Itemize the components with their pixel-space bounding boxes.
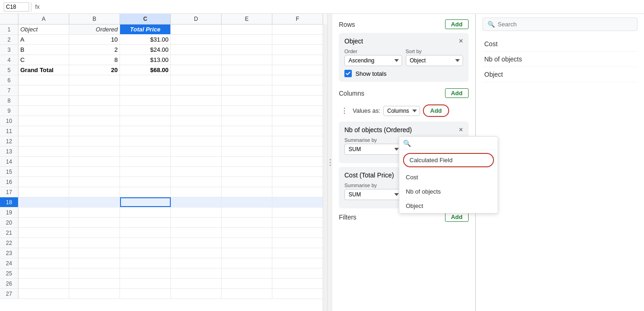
cell-e24[interactable]	[222, 258, 272, 268]
cell-d6[interactable]	[171, 75, 222, 85]
cell-c9[interactable]	[120, 106, 171, 116]
cell-e21[interactable]	[222, 228, 272, 238]
cell-b24[interactable]	[69, 258, 120, 268]
cell-f24[interactable]	[272, 258, 323, 268]
table-row[interactable]: 9	[0, 106, 327, 116]
cell-a13[interactable]	[18, 146, 69, 156]
cell-a3[interactable]: B	[18, 45, 69, 55]
table-row[interactable]: 18	[0, 197, 327, 207]
cell-b4[interactable]: 8	[69, 55, 120, 65]
cell-c12[interactable]	[120, 136, 171, 146]
cell-c24[interactable]	[120, 258, 171, 268]
cell-b14[interactable]	[69, 157, 120, 166]
three-dot-menu[interactable]: ⋮	[339, 106, 350, 115]
fields-search-input[interactable]	[498, 21, 632, 28]
table-row[interactable]: 7	[0, 85, 327, 96]
table-row[interactable]: 14	[0, 157, 327, 167]
table-row[interactable]: 24	[0, 258, 327, 268]
cell-e13[interactable]	[222, 146, 272, 156]
table-row[interactable]: 3B2$24.00	[0, 45, 327, 55]
cell-c25[interactable]	[120, 268, 171, 278]
cell-e18[interactable]	[222, 197, 272, 207]
table-row[interactable]: 26	[0, 279, 327, 289]
cell-c20[interactable]	[120, 218, 171, 227]
cell-e1[interactable]	[222, 24, 272, 34]
cell-f2[interactable]	[272, 35, 323, 44]
cell-c2[interactable]: $31.00	[120, 35, 171, 44]
rows-add-button[interactable]: Add	[445, 19, 469, 29]
cell-f13[interactable]	[272, 146, 323, 156]
cell-b12[interactable]	[69, 136, 120, 146]
cell-e12[interactable]	[222, 136, 272, 146]
cell-b25[interactable]	[69, 268, 120, 278]
cell-f11[interactable]	[272, 126, 323, 136]
cell-f16[interactable]	[272, 177, 323, 187]
show-totals-checkbox[interactable]	[344, 70, 352, 77]
cell-a16[interactable]	[18, 177, 69, 187]
dropdown-search-input[interactable]	[413, 140, 494, 147]
cell-d20[interactable]	[171, 218, 222, 227]
cell-f7[interactable]	[272, 85, 323, 95]
cell-a6[interactable]	[18, 75, 69, 85]
cell-d22[interactable]	[171, 238, 222, 248]
nb-summarise-select[interactable]: SUM COUNT AVG	[344, 144, 402, 155]
col-header-d[interactable]: D	[171, 14, 222, 24]
cell-c18[interactable]	[120, 197, 171, 207]
cell-a20[interactable]	[18, 218, 69, 227]
cell-e14[interactable]	[222, 157, 272, 166]
col-header-b[interactable]: B	[69, 14, 120, 24]
cell-e20[interactable]	[222, 218, 272, 227]
dropdown-item-object[interactable]: Object	[399, 199, 498, 213]
cell-e19[interactable]	[222, 207, 272, 217]
cell-d14[interactable]	[171, 157, 222, 166]
cell-a5[interactable]: Grand Total	[18, 65, 69, 75]
cell-e2[interactable]	[222, 35, 272, 44]
cell-d24[interactable]	[171, 258, 222, 268]
cell-f9[interactable]	[272, 106, 323, 116]
dropdown-item-nb-objects[interactable]: Nb of objects	[399, 184, 498, 199]
cell-d3[interactable]	[171, 45, 222, 55]
cell-d4[interactable]	[171, 55, 222, 65]
cell-a25[interactable]	[18, 268, 69, 278]
columns-add-button[interactable]: Add	[445, 88, 469, 98]
col-header-a[interactable]: A	[18, 14, 69, 24]
cell-ref-input[interactable]	[4, 2, 29, 12]
cell-f27[interactable]	[272, 289, 323, 299]
cell-d19[interactable]	[171, 207, 222, 217]
cell-a19[interactable]	[18, 207, 69, 217]
cell-b9[interactable]	[69, 106, 120, 116]
cell-d18[interactable]	[171, 197, 222, 207]
table-row[interactable]: 22	[0, 238, 327, 248]
cell-d27[interactable]	[171, 289, 222, 299]
cell-e22[interactable]	[222, 238, 272, 248]
cell-a12[interactable]	[18, 136, 69, 146]
cell-c17[interactable]	[120, 187, 171, 197]
table-row[interactable]: 11	[0, 126, 327, 136]
sort-by-select[interactable]: Object Cost	[406, 55, 463, 66]
cost-summarise-select[interactable]: SUM COUNT AVG	[344, 189, 402, 200]
cell-c10[interactable]	[120, 116, 171, 126]
cell-e23[interactable]	[222, 248, 272, 258]
cell-e7[interactable]	[222, 85, 272, 95]
cell-d2[interactable]	[171, 35, 222, 44]
cell-a14[interactable]	[18, 157, 69, 166]
cell-b1[interactable]: Ordered	[69, 24, 120, 34]
cell-f12[interactable]	[272, 136, 323, 146]
table-row[interactable]: 2A10$31.00	[0, 35, 327, 45]
cell-e9[interactable]	[222, 106, 272, 116]
cell-d21[interactable]	[171, 228, 222, 238]
cell-c8[interactable]	[120, 96, 171, 105]
cell-b11[interactable]	[69, 126, 120, 136]
cell-a18[interactable]	[18, 197, 69, 207]
table-row[interactable]: 17	[0, 187, 327, 197]
cell-b23[interactable]	[69, 248, 120, 258]
cell-c11[interactable]	[120, 126, 171, 136]
cell-f25[interactable]	[272, 268, 323, 278]
table-row[interactable]: 13	[0, 146, 327, 157]
cell-e5[interactable]	[222, 65, 272, 75]
cell-b3[interactable]: 2	[69, 45, 120, 55]
table-row[interactable]: 12	[0, 136, 327, 146]
cell-c13[interactable]	[120, 146, 171, 156]
col-header-e[interactable]: E	[222, 14, 272, 24]
cell-e15[interactable]	[222, 167, 272, 177]
